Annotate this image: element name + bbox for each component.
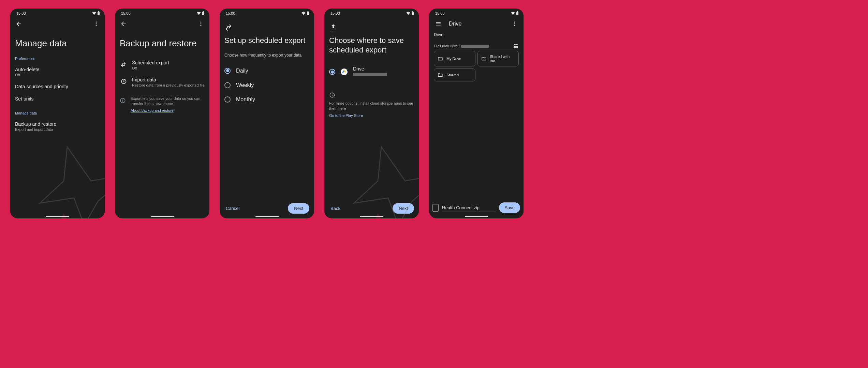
more-button[interactable] [196,19,206,29]
svg-rect-0 [98,12,100,15]
about-link[interactable]: About backup and restore [131,108,174,112]
folder-icon [438,72,443,78]
upload-icon [329,24,337,32]
more-button[interactable] [509,19,519,29]
svg-rect-11 [122,100,123,102]
battery-icon [516,11,519,15]
battery-icon [202,11,205,15]
status-time: 15:00 [121,11,131,15]
item-set-units[interactable]: Set units [15,93,100,105]
option-monthly[interactable]: Monthly [224,92,309,107]
radio-icon [224,96,231,103]
svg-point-7 [201,21,202,22]
option-drive[interactable]: Drive [329,62,414,82]
more-vert-icon [93,21,99,27]
list-view-icon[interactable] [513,43,519,49]
screen-choose-destination: 15:00 Choose where to save scheduled exp… [324,9,419,218]
svg-point-8 [201,24,202,25]
screen-manage-data: 15:00 Manage data Preferences Auto-delet… [10,9,105,218]
svg-rect-14 [308,11,309,12]
svg-point-2 [96,21,97,22]
status-icons [92,11,100,15]
nav-handle [255,216,279,217]
item-scheduled-export[interactable]: Scheduled export Off [120,57,205,74]
screen-schedule-frequency: 15:00 Set up scheduled export Choose how… [220,9,314,218]
play-store-link[interactable]: Go to the Play Store [329,113,363,118]
info-text: For more options, install cloud storage … [329,101,414,111]
status-time: 15:00 [226,11,235,15]
option-daily[interactable]: Daily [224,64,309,78]
svg-rect-20 [516,12,518,15]
svg-point-22 [514,21,515,22]
svg-rect-16 [412,11,413,12]
nav-handle [465,216,488,217]
svg-rect-18 [332,95,333,96]
svg-rect-12 [122,99,123,99]
back-button[interactable] [14,19,24,29]
svg-rect-21 [517,11,518,12]
nav-handle [151,216,174,217]
more-vert-icon [511,21,517,27]
more-vert-icon [198,21,204,27]
nav-handle [46,216,69,217]
folder-my-drive[interactable]: My Drive [434,51,475,66]
folder-starred[interactable]: Starred [434,68,475,81]
radio-icon [329,69,335,75]
sync-icon [120,61,127,68]
next-button[interactable]: Next [393,203,414,214]
svg-point-3 [96,24,97,25]
status-bar: 15:00 [115,9,209,17]
hint-text: Choose how frequently to export your dat… [224,53,309,58]
section-manage-data-label: Manage data [15,111,100,115]
breadcrumb-path: Files from Drive / [434,44,460,48]
svg-rect-15 [412,12,414,15]
google-drive-icon [341,68,348,75]
status-time: 15:00 [435,11,445,15]
more-button[interactable] [91,19,101,29]
battery-icon [307,11,309,15]
page-title: Backup and restore [120,38,205,49]
status-bar: 15:00 [220,9,314,17]
arrow-back-icon [120,20,127,27]
page-title: Set up scheduled export [224,36,309,45]
radio-icon [224,82,231,88]
filename-input[interactable]: Health Connect.zip [442,204,496,212]
redacted-account [353,73,387,76]
option-weekly[interactable]: Weekly [224,78,309,92]
item-import-data[interactable]: Import data Restore data from a previous… [120,74,205,91]
svg-rect-5 [202,12,204,15]
section-preferences-label: Preferences [15,57,100,61]
cancel-button[interactable]: Cancel [224,204,241,213]
item-auto-delete[interactable]: Auto-delete Off [15,63,100,80]
back-button[interactable]: Back [329,204,342,213]
info-text: Export lets you save your data so you ca… [131,96,205,107]
history-icon [120,78,127,85]
hamburger-icon [435,21,441,27]
status-time: 15:00 [330,11,340,15]
page-title: Choose where to save scheduled export [329,36,414,55]
redacted-path [461,45,489,48]
next-button[interactable]: Next [288,203,309,214]
app-title: Drive [449,21,461,27]
wifi-icon [511,12,515,15]
file-type-icon [432,204,439,212]
item-backup-restore[interactable]: Backup and restore Export and import dat… [15,118,100,135]
menu-button[interactable] [433,19,443,29]
wifi-icon [197,12,201,15]
breadcrumb-root[interactable]: Drive [429,31,524,39]
nav-handle [360,216,383,217]
svg-rect-19 [332,94,333,94]
status-bar: 15:00 [429,9,524,17]
save-button[interactable]: Save [499,202,520,213]
back-button[interactable] [118,19,129,29]
svg-point-4 [96,25,97,26]
item-data-sources[interactable]: Data sources and priority [15,80,100,93]
wifi-icon [406,12,410,15]
status-bar: 15:00 [10,9,105,17]
svg-rect-13 [307,12,309,15]
app-bar [115,17,209,31]
page-title: Manage data [15,38,100,49]
status-time: 15:00 [16,11,26,15]
folder-shared-with-me[interactable]: Shared with me [477,51,519,66]
battery-icon [97,11,100,15]
